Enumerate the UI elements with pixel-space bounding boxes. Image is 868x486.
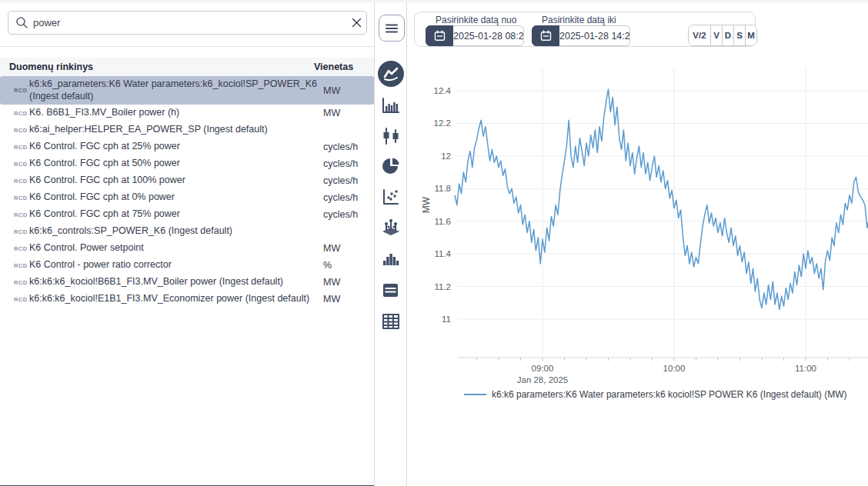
- histogram-icon[interactable]: [378, 245, 404, 271]
- dataset-name: K6 Control. FGC cph at 50% power: [29, 158, 317, 170]
- list-header: Duomenų rinkinys Vienetas: [0, 58, 374, 76]
- dataset-list: RCD k6:k6_parameters:K6 Water parameters…: [0, 76, 374, 308]
- svg-text:11.8: 11.8: [434, 184, 451, 193]
- dataset-unit: cycles/h: [317, 175, 358, 186]
- scatter-3d-icon[interactable]: [378, 215, 404, 241]
- dataset-unit: %: [317, 260, 332, 271]
- date-from-input[interactable]: [453, 25, 524, 46]
- line-chart-icon[interactable]: [378, 61, 404, 87]
- candlestick-chart-icon[interactable]: [378, 123, 404, 149]
- svg-text:11: 11: [442, 315, 451, 324]
- record-type-badge: RCD: [14, 87, 29, 94]
- dataset-row[interactable]: RCD k6:k6:k6_kociol!B6B1_FI3.MV_Boiler p…: [0, 274, 374, 291]
- search-icon: [15, 16, 28, 29]
- svg-text:11:00: 11:00: [795, 364, 816, 373]
- search-box: [8, 11, 367, 35]
- unit-column-header: Vienetas: [308, 62, 353, 72]
- dataset-row[interactable]: RCD K6 Control. FGC cph at 100% power cy…: [0, 172, 374, 189]
- dataset-row[interactable]: RCD K6 Control. FGC cph at 0% power cycl…: [0, 189, 374, 206]
- dataset-row[interactable]: RCD K6 Control - power ratio corrector %: [0, 257, 374, 274]
- dataset-unit: MW: [317, 294, 340, 305]
- dataset-unit: MW: [317, 243, 340, 254]
- svg-text:Jan 28, 2025: Jan 28, 2025: [517, 375, 569, 384]
- chart-type-toolbar: [374, 2, 407, 486]
- record-type-badge: RCD: [14, 296, 29, 303]
- svg-text:MW: MW: [421, 196, 432, 213]
- dataset-name: k6:k6:k6_kociol!B6B1_FI3.MV_Boiler power…: [29, 276, 317, 288]
- dataset-unit: MW: [317, 108, 340, 118]
- date-from-picker: [426, 25, 524, 46]
- dataset-panel: Duomenų rinkinys Vienetas RCD k6:k6_para…: [0, 2, 374, 486]
- calendar-icon[interactable]: [532, 25, 559, 46]
- dataset-name: k6:ai_helper:HELPER_EA_POWER_SP (Ingest …: [29, 124, 317, 136]
- record-type-badge: RCD: [14, 144, 29, 151]
- clear-search-icon[interactable]: [346, 13, 366, 33]
- svg-text:10:00: 10:00: [663, 364, 686, 373]
- svg-text:12.4: 12.4: [434, 86, 452, 95]
- data-table-icon[interactable]: [378, 277, 404, 303]
- dataset-unit: cycles/h: [317, 192, 358, 203]
- app-window: Duomenų rinkinys Vienetas RCD k6:k6_para…: [0, 0, 868, 486]
- dataset-row[interactable]: RCD K6 Control. FGC cph at 25% power cyc…: [0, 138, 374, 155]
- dataset-name: k6:k6:k6_kociol!E1B1_FI3.MV_Economizer p…: [29, 293, 317, 305]
- date-to-input[interactable]: [559, 25, 630, 46]
- dataset-name: K6 Control. FGC cph at 100% power: [29, 175, 317, 187]
- dataset-row[interactable]: RCD k6:k6_parameters:K6 Water parameters…: [0, 76, 374, 105]
- calendar-icon[interactable]: [426, 25, 453, 46]
- svg-text:09:00: 09:00: [532, 364, 554, 373]
- dataset-name: K6 Control. Power setpoint: [29, 242, 317, 255]
- range-hour-button[interactable]: V: [710, 25, 722, 45]
- date-to-label: Pasirinkite datą iki: [542, 15, 616, 25]
- date-from-label: Pasirinkite datą nuo: [436, 15, 516, 25]
- date-range-controls: Pasirinkite datą nuo Pasirinkite datą ik…: [414, 12, 756, 47]
- dataset-unit: cycles/h: [317, 141, 358, 152]
- record-type-badge: RCD: [14, 262, 29, 269]
- record-type-badge: RCD: [14, 245, 29, 252]
- record-type-badge: RCD: [14, 211, 29, 218]
- search-input[interactable]: [28, 17, 346, 28]
- dataset-row[interactable]: RCD k6:ai_helper:HELPER_EA_POWER_SP (Ing…: [0, 122, 374, 138]
- dataset-unit: MW: [317, 85, 340, 96]
- range-preset-group: V/2 V D S M: [688, 25, 757, 46]
- record-type-badge: RCD: [14, 161, 29, 168]
- chart-svg[interactable]: 1111.211.411.611.81212.212.409:00Jan 28,…: [408, 52, 868, 406]
- dataset-row[interactable]: RCD k6:k6:k6_kociol!E1B1_FI3.MV_Economiz…: [0, 291, 374, 308]
- svg-text:12.2: 12.2: [434, 118, 451, 128]
- bar-chart-icon[interactable]: [378, 93, 404, 119]
- dataset-row[interactable]: RCD K6 Control. FGC cph at 75% power cyc…: [0, 206, 374, 223]
- record-type-badge: RCD: [14, 195, 29, 201]
- dataset-unit: MW: [317, 277, 340, 288]
- legend-label: k6:k6 parameters:K6 Water parameters:k6 …: [492, 389, 847, 400]
- dataset-row[interactable]: RCD K6 Control. Power setpoint MW: [0, 240, 374, 257]
- dataset-name: K6 Control. FGC cph at 0% power: [29, 191, 317, 204]
- dataset-name: K6. B6B1_FI3.MV_Boiler power (h): [29, 107, 317, 119]
- range-half-hour-button[interactable]: V/2: [689, 25, 710, 45]
- record-type-badge: RCD: [14, 228, 29, 235]
- range-day-button[interactable]: D: [722, 25, 733, 45]
- svg-text:11.6: 11.6: [434, 217, 451, 226]
- svg-text:12: 12: [441, 151, 451, 161]
- menu-icon[interactable]: [379, 15, 405, 42]
- dataset-row[interactable]: RCD K6 Control. FGC cph at 50% power cyc…: [0, 155, 374, 172]
- dataset-name: k6:k6_controls:SP_POWER_K6 (Ingest defau…: [29, 225, 317, 238]
- legend-line-sample: [464, 394, 486, 395]
- chart-legend[interactable]: k6:k6 parameters:K6 Water parameters:k6 …: [464, 389, 847, 400]
- range-month-button[interactable]: M: [745, 25, 756, 45]
- pivot-grid-icon[interactable]: [378, 308, 404, 335]
- dataset-name: K6 Control - power ratio corrector: [29, 259, 317, 271]
- record-type-badge: RCD: [14, 127, 29, 134]
- range-week-button[interactable]: S: [733, 25, 745, 45]
- record-type-badge: RCD: [14, 110, 29, 117]
- dataset-name: K6 Control. FGC cph at 25% power: [29, 141, 317, 153]
- record-type-badge: RCD: [14, 279, 29, 286]
- dataset-row[interactable]: RCD K6. B6B1_FI3.MV_Boiler power (h) MW: [0, 105, 374, 122]
- dataset-unit: cycles/h: [317, 158, 358, 169]
- dataset-column-header: Duomenų rinkinys: [0, 62, 308, 72]
- date-to-picker: [532, 25, 630, 46]
- record-type-badge: RCD: [14, 178, 29, 185]
- pie-chart-icon[interactable]: [378, 153, 404, 179]
- scatter-plot-icon[interactable]: [378, 184, 404, 210]
- dataset-name: K6 Control. FGC cph at 75% power: [29, 208, 317, 221]
- dataset-row[interactable]: RCD k6:k6_controls:SP_POWER_K6 (Ingest d…: [0, 223, 374, 240]
- dataset-unit: cycles/h: [317, 209, 358, 220]
